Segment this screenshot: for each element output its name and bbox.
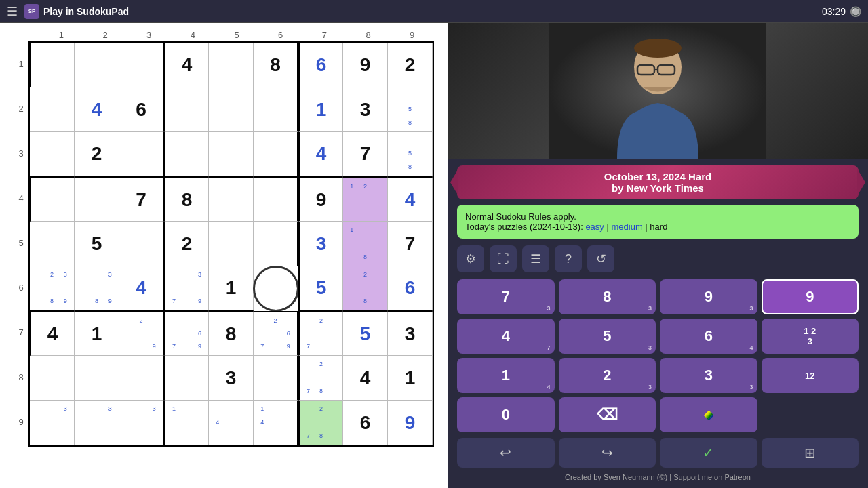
sudoku-cell[interactable] — [209, 43, 254, 87]
sudoku-cell[interactable]: 9 — [388, 401, 433, 445]
sudoku-cell[interactable] — [30, 132, 75, 177]
sudoku-cell[interactable]: 29 — [119, 311, 164, 356]
sudoku-cell[interactable]: 3 — [30, 401, 75, 445]
fullscreen-button[interactable]: ⛶ — [490, 245, 517, 272]
sudoku-cell[interactable]: 4 — [209, 401, 254, 445]
sudoku-cell[interactable] — [209, 132, 254, 177]
sudoku-cell[interactable]: 1 — [209, 266, 254, 311]
sudoku-cell[interactable] — [30, 177, 75, 222]
sudoku-cell[interactable]: 5 — [75, 222, 119, 266]
num-7[interactable]: 73 — [457, 279, 555, 314]
sudoku-cell[interactable] — [209, 87, 254, 132]
sudoku-cell[interactable] — [30, 356, 75, 401]
num-1[interactable]: 14 — [457, 358, 555, 393]
sudoku-cell[interactable]: 14 — [254, 401, 298, 445]
sudoku-cell[interactable]: 4 — [75, 87, 119, 132]
easy-link[interactable]: easy — [585, 222, 604, 232]
sudoku-cell[interactable]: 3 — [388, 311, 433, 356]
sudoku-cell[interactable] — [119, 356, 164, 401]
num-2[interactable]: 23 — [559, 358, 656, 393]
sudoku-cell[interactable] — [209, 177, 254, 222]
sudoku-cell[interactable]: 5 — [298, 266, 343, 311]
redo-btn[interactable]: ↪ — [559, 438, 656, 468]
sudoku-cell[interactable] — [254, 222, 298, 266]
sudoku-cell[interactable]: 2389 — [30, 266, 75, 311]
sudoku-cell[interactable]: 8 — [209, 311, 254, 356]
num-8[interactable]: 83 — [559, 279, 656, 314]
sudoku-cell[interactable]: 1 — [75, 311, 119, 356]
sudoku-cell[interactable]: 6 — [119, 87, 164, 132]
sudoku-cell[interactable]: 27 — [298, 311, 343, 356]
sudoku-cell[interactable] — [164, 87, 209, 132]
sudoku-cell[interactable]: 7 — [119, 177, 164, 222]
num-0[interactable]: 0 — [457, 397, 555, 432]
sudoku-cell[interactable]: 3 — [209, 356, 254, 401]
sudoku-cell[interactable] — [30, 43, 75, 87]
sudoku-cell[interactable]: 9 — [343, 43, 388, 87]
sudoku-cell[interactable]: 7 — [388, 222, 433, 266]
sudoku-cell[interactable]: 6 — [298, 43, 343, 87]
check-btn[interactable]: ✓ — [660, 438, 757, 468]
sudoku-cell[interactable] — [119, 43, 164, 87]
color-btn[interactable]: ◈ — [660, 397, 757, 432]
sudoku-cell[interactable]: 18 — [343, 222, 388, 266]
sudoku-cell[interactable]: 3 — [343, 87, 388, 132]
sudoku-cell[interactable]: 379 — [164, 266, 209, 311]
sudoku-cell[interactable] — [209, 222, 254, 266]
sudoku-cell[interactable]: 679 — [164, 311, 209, 356]
num-9-selected[interactable]: 9 — [762, 279, 859, 314]
sudoku-cell[interactable]: 389 — [75, 266, 119, 311]
sudoku-cell[interactable]: 4 — [343, 356, 388, 401]
medium-link[interactable]: medium — [611, 222, 642, 232]
sudoku-cell[interactable]: 9 — [298, 177, 343, 222]
sudoku-cell[interactable]: 4 — [119, 266, 164, 311]
sudoku-cell[interactable]: 1 — [164, 401, 209, 445]
sudoku-cell[interactable]: 6 — [343, 401, 388, 445]
sudoku-cell[interactable] — [75, 356, 119, 401]
num-6[interactable]: 64 — [660, 319, 757, 354]
sudoku-cell[interactable]: 58 — [388, 132, 433, 177]
sudoku-cell[interactable]: 2 — [388, 43, 433, 87]
delete-btn[interactable]: ⌫ — [559, 397, 656, 432]
sudoku-cell[interactable]: 4 — [388, 177, 433, 222]
sudoku-cell[interactable] — [119, 132, 164, 177]
num-12-btn[interactable]: 12 — [762, 358, 859, 393]
sudoku-cell[interactable] — [254, 132, 298, 177]
list-button[interactable]: ☰ — [522, 245, 549, 272]
sudoku-cell[interactable] — [119, 222, 164, 266]
sudoku-cell[interactable]: 28 — [343, 266, 388, 311]
sudoku-cell[interactable] — [254, 87, 298, 132]
sudoku-cell[interactable]: 3 — [298, 222, 343, 266]
sudoku-cell[interactable]: 4 — [164, 43, 209, 87]
sudoku-cell[interactable]: 1 — [298, 87, 343, 132]
sudoku-cell[interactable]: 7 — [343, 132, 388, 177]
num-9[interactable]: 93 — [660, 279, 757, 314]
undo-button[interactable]: ↺ — [587, 245, 614, 272]
grid-btn[interactable]: ⊞ — [762, 438, 859, 468]
sudoku-cell[interactable]: 5 — [343, 311, 388, 356]
sudoku-cell[interactable] — [30, 222, 75, 266]
help-button[interactable]: ? — [555, 245, 582, 272]
sudoku-cell[interactable] — [164, 356, 209, 401]
sudoku-cell[interactable]: 3 — [75, 401, 119, 445]
sudoku-cell[interactable]: 278 — [298, 401, 343, 445]
app-title-text[interactable]: Play in SudokuPad — [43, 6, 129, 17]
num-3[interactable]: 33 — [660, 358, 757, 393]
sudoku-cell[interactable]: 12 — [343, 177, 388, 222]
sudoku-cell[interactable] — [164, 132, 209, 177]
sudoku-cell[interactable]: 8 — [164, 177, 209, 222]
sudoku-cell[interactable]: 8 — [254, 43, 298, 87]
num-5[interactable]: 53 — [559, 319, 656, 354]
sudoku-cell[interactable]: 2 — [75, 132, 119, 177]
sudoku-cell[interactable] — [75, 43, 119, 87]
sudoku-cell[interactable]: 2679 — [254, 311, 298, 356]
sudoku-cell[interactable]: 2 — [164, 222, 209, 266]
settings-button[interactable]: ⚙ — [457, 245, 484, 272]
sudoku-cell[interactable]: 4 — [298, 132, 343, 177]
menu-icon[interactable]: ☰ — [7, 4, 18, 19]
sudoku-cell[interactable] — [75, 177, 119, 222]
sudoku-cell[interactable] — [254, 177, 298, 222]
sudoku-cell[interactable]: 4 — [30, 311, 75, 356]
undo-btn[interactable]: ↩ — [457, 438, 555, 468]
sudoku-cell[interactable]: 58 — [388, 87, 433, 132]
